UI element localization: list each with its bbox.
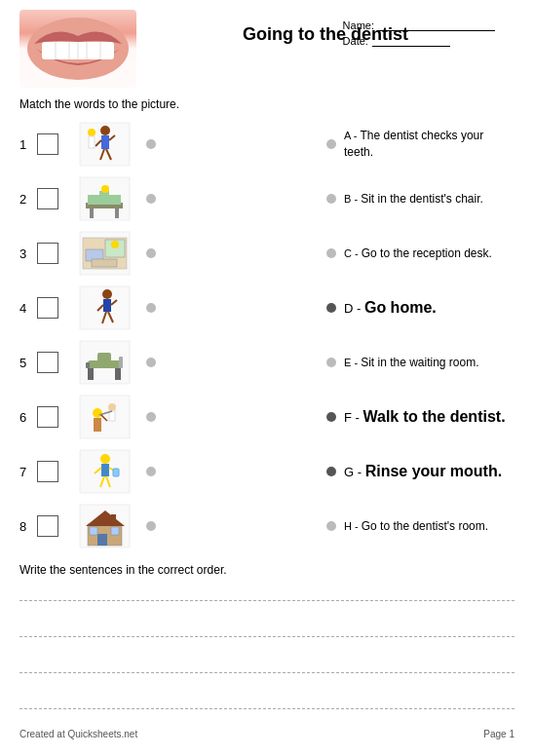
answer-label-6: F - bbox=[344, 410, 363, 425]
svg-rect-57 bbox=[113, 469, 119, 476]
answer-2: B - Sit in the dentist's chair. bbox=[344, 191, 515, 208]
svg-rect-41 bbox=[86, 362, 90, 368]
svg-rect-47 bbox=[109, 411, 115, 421]
svg-point-28 bbox=[111, 241, 119, 248]
svg-rect-63 bbox=[111, 527, 119, 535]
answer-text-5: Sit in the waiting room. bbox=[361, 356, 478, 369]
svg-rect-27 bbox=[92, 259, 117, 267]
dot-left-8 bbox=[146, 521, 156, 531]
answer-text-6: Walk to the dentist. bbox=[363, 408, 506, 425]
match-row-8: 8 H - Go to the dentist's room. bbox=[19, 501, 515, 551]
answer-label-8: H - bbox=[344, 520, 362, 532]
name-date-area: Name: Date: bbox=[343, 19, 495, 51]
answer-text-3: Go to the reception desk. bbox=[362, 246, 492, 260]
match-row-4: 4 D - Go home. bbox=[19, 283, 515, 333]
svg-rect-64 bbox=[111, 514, 116, 524]
checkbox-4[interactable] bbox=[37, 297, 58, 319]
answer-6: F - Walk to the dentist. bbox=[344, 406, 515, 428]
dot-left-6 bbox=[146, 412, 156, 422]
dot-right-7 bbox=[326, 467, 336, 476]
svg-rect-45 bbox=[94, 418, 101, 432]
write-line-4[interactable] bbox=[19, 708, 515, 709]
dot-right-4 bbox=[326, 303, 336, 313]
checkbox-2[interactable] bbox=[37, 188, 58, 209]
write-line-3[interactable] bbox=[19, 672, 515, 673]
checkbox-8[interactable] bbox=[37, 515, 58, 537]
svg-rect-61 bbox=[97, 534, 107, 546]
svg-rect-43 bbox=[80, 396, 130, 438]
picture-8 bbox=[70, 502, 138, 550]
dot-left-7 bbox=[146, 467, 156, 476]
dot-right-6 bbox=[326, 412, 336, 422]
dot-right-8 bbox=[326, 521, 336, 531]
dot-left-4 bbox=[146, 303, 156, 313]
svg-rect-20 bbox=[115, 208, 119, 218]
svg-rect-31 bbox=[103, 299, 111, 312]
dot-left-3 bbox=[146, 248, 156, 258]
dot-right-5 bbox=[326, 358, 336, 367]
svg-point-22 bbox=[101, 185, 109, 193]
picture-6 bbox=[70, 393, 138, 441]
picture-3 bbox=[70, 229, 138, 278]
row-num-8: 8 bbox=[19, 519, 37, 534]
match-row-5: 5 E - Sit in the waiting room. bbox=[19, 337, 515, 388]
svg-rect-38 bbox=[97, 353, 111, 362]
answer-1: A - The dentist checks your teeth. bbox=[344, 128, 515, 161]
match-row-7: 7 G - Rinse your mouth. bbox=[19, 446, 515, 497]
svg-rect-40 bbox=[115, 368, 121, 380]
answer-text-7: Rinse your mouth. bbox=[365, 463, 502, 479]
picture-4 bbox=[70, 284, 138, 332]
write-line-2[interactable] bbox=[19, 636, 515, 637]
answer-5: E - Sit in the waiting room. bbox=[344, 355, 515, 371]
answer-3: C - Go to the reception desk. bbox=[344, 246, 515, 262]
checkbox-1[interactable] bbox=[37, 133, 58, 155]
footer-created: Created at Quicksheets.net bbox=[19, 729, 137, 739]
svg-rect-9 bbox=[101, 135, 109, 149]
picture-2 bbox=[70, 174, 138, 223]
answer-label-1: A - bbox=[344, 130, 361, 141]
match-row-1: 1 A - The dentist checks your teeth. bbox=[19, 119, 515, 170]
match-row-6: 6 F - Walk to the dentist. bbox=[19, 392, 515, 442]
answer-text-1: The dentist checks your teeth. bbox=[344, 129, 483, 159]
answer-8: H - Go to the dentist's room. bbox=[344, 518, 515, 535]
checkbox-3[interactable] bbox=[37, 243, 58, 264]
answer-label-7: G - bbox=[344, 465, 365, 479]
answer-text-2: Sit in the dentist's chair. bbox=[361, 192, 483, 206]
answer-label-5: E - bbox=[344, 357, 361, 368]
svg-point-44 bbox=[93, 408, 102, 418]
matching-grid: 1 A - The dentist checks your teeth. 2 bbox=[19, 119, 515, 551]
svg-rect-62 bbox=[90, 527, 97, 535]
dot-left-2 bbox=[146, 194, 156, 204]
svg-point-46 bbox=[108, 403, 116, 411]
row-num-7: 7 bbox=[19, 465, 37, 479]
match-row-3: 3 C - Go to the reception desk. bbox=[19, 228, 515, 279]
dot-right-1 bbox=[326, 139, 336, 149]
svg-rect-15 bbox=[89, 136, 95, 148]
checkbox-7[interactable] bbox=[37, 461, 58, 482]
picture-7 bbox=[70, 447, 138, 496]
write-section: Write the sentences in the correct order… bbox=[19, 563, 515, 709]
picture-1 bbox=[70, 120, 138, 169]
checkbox-6[interactable] bbox=[37, 406, 58, 428]
dot-right-3 bbox=[326, 248, 336, 258]
svg-rect-19 bbox=[90, 208, 94, 218]
answer-text-4: Go home. bbox=[364, 299, 437, 316]
write-line-1[interactable] bbox=[19, 600, 515, 601]
svg-point-8 bbox=[100, 126, 110, 135]
write-instruction: Write the sentences in the correct order… bbox=[19, 563, 515, 577]
svg-point-30 bbox=[102, 289, 112, 299]
footer: Created at Quicksheets.net Page 1 bbox=[19, 729, 515, 739]
checkbox-5[interactable] bbox=[37, 352, 58, 373]
row-num-5: 5 bbox=[19, 356, 37, 370]
svg-rect-42 bbox=[119, 357, 123, 368]
row-num-4: 4 bbox=[19, 301, 37, 316]
row-num-3: 3 bbox=[19, 246, 37, 261]
name-label: Name: bbox=[343, 19, 374, 31]
match-instruction: Match the words to the picture. bbox=[19, 97, 515, 111]
date-underline bbox=[372, 35, 450, 47]
answer-7: G - Rinse your mouth. bbox=[344, 461, 515, 482]
svg-point-14 bbox=[88, 129, 95, 136]
row-num-2: 2 bbox=[19, 192, 37, 207]
answer-text-8: Go to the dentist's room. bbox=[362, 519, 488, 533]
date-label: Date: bbox=[343, 35, 368, 47]
